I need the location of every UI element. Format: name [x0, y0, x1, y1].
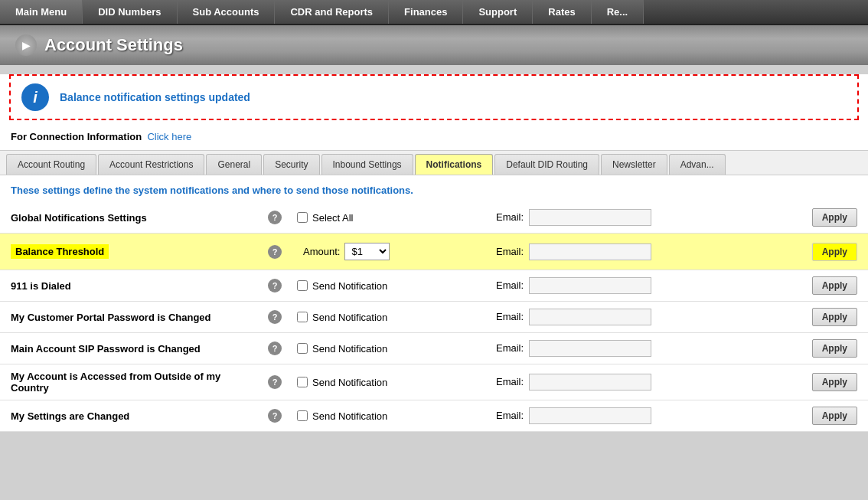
help-icon-911[interactable]: ?	[268, 279, 282, 292]
top-navigation: Main Menu DID Numbers Sub Accounts CDR a…	[0, 0, 868, 25]
row-911: 911 is Dialed ? Send Notification Email:…	[0, 270, 868, 302]
tab-security[interactable]: Security	[263, 154, 319, 175]
nav-main-menu[interactable]: Main Menu	[0, 0, 83, 24]
nav-more[interactable]: Re...	[592, 0, 644, 24]
nav-finances[interactable]: Finances	[389, 0, 463, 24]
global-help[interactable]: ?	[260, 202, 289, 234]
select-all-checkbox[interactable]	[297, 212, 308, 223]
info-icon: i	[21, 83, 49, 111]
send-notif-settings-checkbox[interactable]	[297, 410, 308, 421]
email-input-911[interactable]	[529, 277, 651, 294]
apply-btn-portal[interactable]: Apply	[812, 308, 857, 326]
select-all-cell: Select All	[289, 202, 488, 234]
control-settings-changed: Send Notification	[289, 400, 488, 432]
balance-threshold-row: Balance Threshold ? Amount: $1 $5 $10 $2…	[0, 234, 868, 270]
row-sip-password: Main Account SIP Password is Changed ? S…	[0, 333, 868, 364]
email-cell-country: Email:	[488, 364, 804, 400]
amount-label: Amount:	[303, 246, 340, 257]
email-input-settings[interactable]	[529, 407, 651, 424]
select-all-wrap: Select All	[297, 212, 481, 224]
nav-support[interactable]: Support	[463, 0, 533, 24]
email-label-global: Email:	[488, 202, 804, 234]
send-notif-country-text: Send Notification	[312, 377, 387, 388]
email-cell-portal: Email:	[488, 302, 804, 333]
description-text: These settings define the system notific…	[0, 175, 868, 202]
send-notif-settings-label: Send Notification	[297, 410, 481, 422]
help-icon-country[interactable]: ?	[268, 375, 282, 389]
send-notif-911-label: Send Notification	[297, 280, 481, 292]
global-apply-cell: Apply	[804, 202, 868, 234]
global-apply-button[interactable]: Apply	[812, 208, 857, 227]
send-notif-country-checkbox[interactable]	[297, 377, 308, 387]
control-outside-country: Send Notification	[289, 364, 488, 400]
help-icon-portal[interactable]: ?	[268, 310, 282, 324]
help-icon-settings[interactable]: ?	[268, 409, 282, 423]
help-icon-sip[interactable]: ?	[268, 342, 282, 355]
row-settings-changed: My Settings are Changed ? Send Notificat…	[0, 400, 868, 432]
balance-amount-cell: Amount: $1 $5 $10 $25 $50 $100	[289, 234, 488, 270]
balance-threshold-label: Balance Threshold	[0, 234, 260, 270]
email-input-portal[interactable]	[529, 309, 651, 325]
settings-table: Global Notifications Settings ? Select A…	[0, 202, 868, 432]
label-sip-password: Main Account SIP Password is Changed	[0, 333, 260, 364]
header-banner: ▶ Account Settings	[0, 25, 868, 65]
label-911: 911 is Dialed	[0, 270, 260, 302]
tab-account-restrictions[interactable]: Account Restrictions	[98, 154, 204, 175]
connection-info-link[interactable]: Click here	[147, 131, 191, 142]
tab-account-routing[interactable]: Account Routing	[6, 154, 96, 175]
email-cell-911: Email:	[488, 270, 804, 302]
main-content: i Balance notification settings updated …	[0, 74, 868, 432]
control-portal-password: Send Notification	[289, 302, 488, 333]
global-email-input[interactable]	[529, 209, 651, 226]
global-notifications-label: Global Notifications Settings	[0, 202, 260, 234]
help-icon[interactable]: ?	[268, 211, 282, 224]
label-settings-changed: My Settings are Changed	[0, 400, 260, 432]
send-notif-portal-text: Send Notification	[312, 312, 387, 323]
nav-did-numbers[interactable]: DID Numbers	[83, 0, 177, 24]
nav-rates[interactable]: Rates	[533, 0, 591, 24]
label-outside-country: My Account is Accessed from Outside of m…	[0, 364, 260, 400]
connection-info: For Connection Information Click here	[0, 126, 868, 150]
apply-btn-sip[interactable]: Apply	[812, 339, 857, 358]
balance-apply-button[interactable]: Apply	[812, 243, 857, 261]
connection-info-label: For Connection Information	[11, 131, 142, 142]
apply-btn-country[interactable]: Apply	[812, 373, 857, 391]
send-notif-sip-checkbox[interactable]	[297, 343, 308, 354]
email-input-country[interactable]	[529, 374, 651, 391]
send-notif-portal-label: Send Notification	[297, 312, 481, 323]
balance-help-icon[interactable]: ?	[268, 245, 282, 259]
send-notif-sip-label: Send Notification	[297, 343, 481, 355]
tab-general[interactable]: General	[206, 154, 262, 175]
amount-wrap: Amount: $1 $5 $10 $25 $50 $100	[297, 240, 481, 263]
nav-cdr-reports[interactable]: CDR and Reports	[275, 0, 389, 24]
email-input-sip[interactable]	[529, 340, 651, 357]
email-cell-sip: Email:	[488, 333, 804, 364]
apply-btn-settings[interactable]: Apply	[812, 407, 857, 425]
alert-message: Balance notification settings updated	[60, 91, 250, 103]
tab-advanced[interactable]: Advan...	[669, 154, 726, 175]
control-sip-password: Send Notification	[289, 333, 488, 364]
row-portal-password: My Customer Portal Password is Changed ?…	[0, 302, 868, 333]
send-notif-911-text: Send Notification	[312, 280, 387, 292]
amount-select[interactable]: $1 $5 $10 $25 $50 $100	[344, 243, 390, 260]
apply-btn-911[interactable]: Apply	[812, 276, 857, 295]
row-outside-country: My Account is Accessed from Outside of m…	[0, 364, 868, 400]
nav-sub-accounts[interactable]: Sub Accounts	[178, 0, 276, 24]
control-911: Send Notification	[289, 270, 488, 302]
send-notif-sip-text: Send Notification	[312, 343, 387, 355]
alert-box: i Balance notification settings updated	[9, 74, 859, 120]
tab-default-did-routing[interactable]: Default DID Routing	[494, 154, 599, 175]
tab-inbound-settings[interactable]: Inbound Settings	[321, 154, 413, 175]
balance-email-input[interactable]	[529, 243, 651, 260]
send-notif-country-label: Send Notification	[297, 377, 481, 388]
send-notif-911-checkbox[interactable]	[297, 280, 308, 291]
send-notif-portal-checkbox[interactable]	[297, 312, 308, 322]
email-cell-settings: Email:	[488, 400, 804, 432]
tab-newsletter[interactable]: Newsletter	[601, 154, 667, 175]
global-notifications-row: Global Notifications Settings ? Select A…	[0, 202, 868, 234]
tab-notifications[interactable]: Notifications	[415, 154, 494, 175]
label-portal-password: My Customer Portal Password is Changed	[0, 302, 260, 333]
send-notif-settings-text: Send Notification	[312, 410, 387, 422]
page-title: Account Settings	[44, 35, 183, 55]
tabs-container: Account Routing Account Restrictions Gen…	[0, 150, 868, 175]
